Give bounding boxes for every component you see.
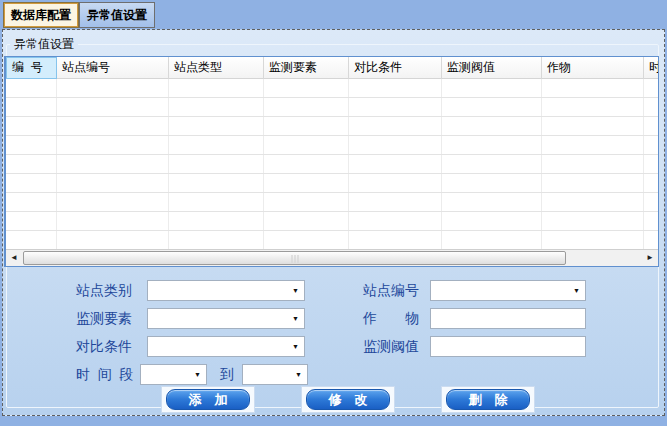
grid-row[interactable] bbox=[6, 212, 658, 231]
compare-condition-label: 对比条件 bbox=[76, 336, 132, 357]
grid-cell bbox=[57, 98, 169, 116]
grid-column-header[interactable]: 站点类型 bbox=[169, 57, 264, 79]
grid-cell bbox=[349, 117, 442, 135]
scroll-right-icon: ► bbox=[646, 253, 654, 262]
modify-button-frame: 修 改 bbox=[301, 386, 395, 413]
threshold-input[interactable] bbox=[431, 337, 585, 356]
grid-cell bbox=[6, 79, 57, 97]
grid-cell bbox=[169, 136, 264, 154]
grid-cell bbox=[644, 174, 659, 192]
grid-row[interactable] bbox=[6, 193, 658, 212]
grid-row[interactable] bbox=[6, 136, 658, 155]
grid-cell bbox=[6, 212, 57, 230]
grid-cell bbox=[644, 231, 659, 249]
grid-cell bbox=[644, 79, 659, 97]
grid-row[interactable] bbox=[6, 98, 658, 117]
grid-cell bbox=[442, 136, 542, 154]
horizontal-scrollbar[interactable]: ◄ ► bbox=[6, 249, 658, 266]
grid-cell bbox=[169, 193, 264, 211]
grid-cell bbox=[644, 212, 659, 230]
chevron-down-icon: ▼ bbox=[292, 343, 299, 350]
grid-cell bbox=[542, 117, 644, 135]
scroll-left-button[interactable]: ◄ bbox=[6, 250, 22, 266]
grid-column-header[interactable]: 对比条件 bbox=[349, 57, 442, 79]
grid-column-header[interactable]: 时间段 bbox=[644, 57, 659, 79]
monitor-element-combobox[interactable]: ▼ bbox=[147, 308, 305, 329]
delete-button[interactable]: 删 除 bbox=[446, 389, 530, 410]
grid-cell bbox=[264, 174, 349, 192]
grid-cell bbox=[264, 231, 349, 249]
grid-cell bbox=[6, 231, 57, 249]
grid-row[interactable] bbox=[6, 155, 658, 174]
station-type-combobox[interactable]: ▼ bbox=[147, 280, 305, 301]
grid-cell bbox=[169, 79, 264, 97]
grid-cell bbox=[264, 117, 349, 135]
grid-row[interactable] bbox=[6, 174, 658, 193]
grid-cell bbox=[349, 174, 442, 192]
add-button[interactable]: 添 加 bbox=[166, 389, 250, 410]
grid-cell bbox=[644, 136, 659, 154]
time-range-label: 时 间 段 bbox=[76, 364, 134, 385]
grid-cell bbox=[264, 79, 349, 97]
grid-cell bbox=[442, 98, 542, 116]
grid-cell bbox=[6, 193, 57, 211]
tab-database-config[interactable]: 数据库配置 bbox=[3, 2, 79, 28]
chevron-down-icon: ▼ bbox=[194, 371, 201, 378]
scroll-right-button[interactable]: ► bbox=[642, 250, 658, 266]
grid-cell bbox=[349, 155, 442, 173]
grid-cell bbox=[542, 98, 644, 116]
add-button-frame: 添 加 bbox=[161, 386, 255, 413]
threshold-label: 监测阈值 bbox=[363, 336, 419, 357]
tab-abnormal-value-settings[interactable]: 异常值设置 bbox=[79, 2, 155, 28]
grid-column-header[interactable]: 监测阀值 bbox=[442, 57, 542, 79]
grid-cell bbox=[57, 155, 169, 173]
grid-cell bbox=[264, 98, 349, 116]
grid-cell bbox=[442, 193, 542, 211]
station-no-combobox[interactable]: ▼ bbox=[430, 280, 586, 301]
monitor-element-label: 监测要素 bbox=[76, 308, 132, 329]
scrollbar-thumb[interactable] bbox=[23, 251, 566, 265]
grid-cell bbox=[6, 136, 57, 154]
groupbox-title: 异常值设置 bbox=[10, 36, 78, 53]
grid-cell bbox=[644, 155, 659, 173]
grid-cell bbox=[442, 212, 542, 230]
grid-cell bbox=[349, 79, 442, 97]
grid-cell bbox=[264, 136, 349, 154]
grid-cell bbox=[644, 193, 659, 211]
grid-cell bbox=[57, 117, 169, 135]
grid-cell bbox=[349, 212, 442, 230]
grid-cell bbox=[169, 212, 264, 230]
grid-column-header[interactable]: 编 号 bbox=[6, 57, 57, 79]
delete-button-frame: 删 除 bbox=[441, 386, 535, 413]
grid-cell bbox=[542, 155, 644, 173]
grid-row[interactable] bbox=[6, 231, 658, 250]
grid-cell bbox=[57, 212, 169, 230]
scrollbar-grip-icon bbox=[291, 255, 298, 263]
chevron-down-icon: ▼ bbox=[292, 315, 299, 322]
time-range-end-combobox[interactable]: ▼ bbox=[242, 364, 308, 385]
grid-cell bbox=[644, 98, 659, 116]
tab-bar: 数据库配置 异常值设置 bbox=[3, 2, 155, 28]
time-range-to-label: 到 bbox=[220, 364, 234, 385]
grid-cell bbox=[349, 231, 442, 249]
grid-column-header[interactable]: 站点编号 bbox=[57, 57, 169, 79]
grid-cell bbox=[169, 231, 264, 249]
grid-column-header[interactable]: 作物 bbox=[542, 57, 644, 79]
grid-cell bbox=[542, 231, 644, 249]
grid-cell bbox=[169, 117, 264, 135]
grid-cell bbox=[57, 174, 169, 192]
grid-column-header[interactable]: 监测要素 bbox=[264, 57, 349, 79]
crop-input[interactable] bbox=[431, 309, 585, 328]
abnormal-value-grid: 编 号站点编号站点类型监测要素对比条件监测阀值作物时间段 ◄ ► bbox=[4, 56, 659, 267]
grid-row[interactable] bbox=[6, 117, 658, 136]
modify-button[interactable]: 修 改 bbox=[306, 389, 390, 410]
grid-cell bbox=[644, 117, 659, 135]
compare-condition-combobox[interactable]: ▼ bbox=[147, 336, 305, 357]
grid-cell bbox=[169, 174, 264, 192]
grid-cell bbox=[6, 174, 57, 192]
grid-cell bbox=[442, 79, 542, 97]
grid-cell bbox=[6, 98, 57, 116]
grid-row[interactable] bbox=[6, 79, 658, 98]
grid-cell bbox=[349, 136, 442, 154]
time-range-start-combobox[interactable]: ▼ bbox=[140, 364, 207, 385]
